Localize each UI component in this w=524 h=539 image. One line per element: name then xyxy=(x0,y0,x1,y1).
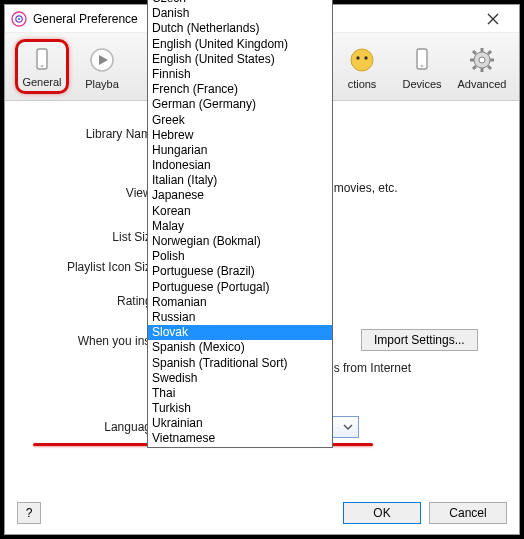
tab-general-label: General xyxy=(22,76,61,88)
language-option[interactable]: Portuguese (Portugal) xyxy=(148,280,332,295)
language-option[interactable]: Hungarian xyxy=(148,143,332,158)
language-option[interactable]: Japanese xyxy=(148,188,332,203)
language-option[interactable]: Russian xyxy=(148,310,332,325)
import-settings-wrap: Import Settings... xyxy=(361,329,478,351)
close-button[interactable] xyxy=(473,7,513,31)
svg-point-12 xyxy=(479,57,485,63)
language-option[interactable]: Danish xyxy=(148,6,332,21)
import-settings-button[interactable]: Import Settings... xyxy=(361,329,478,351)
tab-restrictions[interactable]: ctions xyxy=(335,39,389,94)
tab-devices-label: Devices xyxy=(402,78,441,90)
language-option[interactable]: German (Germany) xyxy=(148,97,332,112)
language-option[interactable]: Thai xyxy=(148,386,332,401)
language-option[interactable]: English (United Kingdom) xyxy=(148,37,332,52)
language-option[interactable]: Hebrew xyxy=(148,128,332,143)
body-area: , movies, etc. Import Settings... es fro… xyxy=(5,101,519,446)
general-icon xyxy=(26,46,58,74)
language-option[interactable]: Portuguese (Brazil) xyxy=(148,264,332,279)
views-fragment: , movies, etc. xyxy=(327,181,398,195)
svg-line-19 xyxy=(488,51,491,54)
language-option[interactable]: Norwegian (Bokmal) xyxy=(148,234,332,249)
tab-playback[interactable]: Playba xyxy=(75,39,129,94)
language-option[interactable]: Finnish xyxy=(148,67,332,82)
help-button[interactable]: ? xyxy=(17,502,41,524)
svg-point-8 xyxy=(364,56,367,59)
svg-point-10 xyxy=(421,64,424,67)
tab-general[interactable]: General xyxy=(15,39,69,94)
gear-icon xyxy=(466,44,498,76)
language-option[interactable]: Dutch (Netherlands) xyxy=(148,21,332,36)
tab-playback-label: Playba xyxy=(85,78,119,90)
language-option[interactable]: Romanian xyxy=(148,295,332,310)
language-option[interactable]: Turkish xyxy=(148,401,332,416)
language-option[interactable]: Korean xyxy=(148,204,332,219)
tab-advanced[interactable]: Advanced xyxy=(455,39,509,94)
language-option[interactable]: Greek xyxy=(148,113,332,128)
tab-restrictions-label: ctions xyxy=(348,78,377,90)
language-option[interactable]: English (United States) xyxy=(148,52,332,67)
svg-point-2 xyxy=(18,17,20,19)
svg-point-7 xyxy=(356,56,359,59)
language-option[interactable]: Ukrainian xyxy=(148,416,332,431)
language-option[interactable]: Indonesian xyxy=(148,158,332,173)
footer: ? OK Cancel xyxy=(5,502,519,524)
cancel-button[interactable]: Cancel xyxy=(429,502,507,524)
tab-devices[interactable]: Devices xyxy=(395,39,449,94)
chevron-down-icon xyxy=(342,421,354,436)
internet-fragment: es from Internet xyxy=(327,361,411,375)
tab-advanced-label: Advanced xyxy=(458,78,507,90)
language-option[interactable]: Malay xyxy=(148,219,332,234)
devices-icon xyxy=(406,44,438,76)
svg-line-18 xyxy=(488,66,491,69)
language-option[interactable]: French (France) xyxy=(148,82,332,97)
language-option[interactable]: Vietnamese xyxy=(148,431,332,446)
svg-point-6 xyxy=(351,49,373,71)
app-icon xyxy=(11,11,27,27)
language-option[interactable]: Swedish xyxy=(148,371,332,386)
svg-line-17 xyxy=(473,51,476,54)
language-option[interactable]: Spanish (Traditional Sort) xyxy=(148,356,332,371)
svg-point-4 xyxy=(41,64,44,67)
preferences-window: General Preference General Playba ctions xyxy=(4,4,520,535)
svg-line-20 xyxy=(473,66,476,69)
language-option[interactable]: Italian (Italy) xyxy=(148,173,332,188)
ok-button[interactable]: OK xyxy=(343,502,421,524)
restrictions-icon xyxy=(346,44,378,76)
language-option[interactable]: Slovak xyxy=(148,325,332,340)
language-option[interactable]: Polish xyxy=(148,249,332,264)
playback-icon xyxy=(86,44,118,76)
language-option[interactable]: Spanish (Mexico) xyxy=(148,340,332,355)
language-dropdown[interactable]: CzechDanishDutch (Netherlands)English (U… xyxy=(147,0,333,448)
